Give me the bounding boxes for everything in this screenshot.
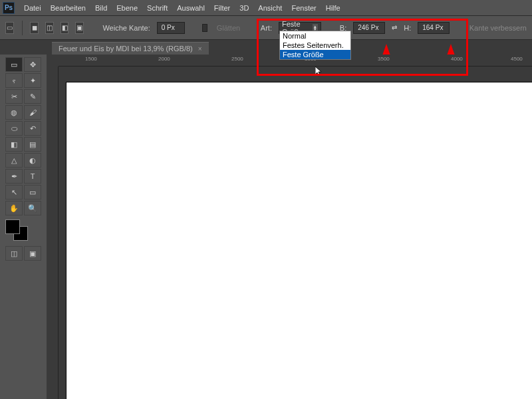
mouse-cursor-icon <box>315 66 323 77</box>
tool-lasso[interactable]: ⲋ <box>5 73 23 88</box>
menu-help[interactable]: Hilfe <box>326 4 340 12</box>
foreground-color-swatch[interactable] <box>5 219 20 234</box>
antialias-label: Glätten <box>217 24 240 32</box>
ruler-tick: 4000 <box>451 56 463 62</box>
marquee-rect-icon[interactable]: ◼ <box>30 22 39 34</box>
tool-pen[interactable]: ✒ <box>5 169 23 184</box>
dropdown-item-fixed-ratio[interactable]: Festes Seitenverh. <box>280 41 350 50</box>
document-tab[interactable]: Feuer und Eis by MDI bei 13,9% (RGB/8) × <box>52 42 209 55</box>
menu-edit[interactable]: Bearbeiten <box>51 4 86 12</box>
feather-input[interactable] <box>157 22 185 34</box>
tool-healing[interactable]: ◍ <box>5 105 23 120</box>
menu-select[interactable]: Auswahl <box>177 4 205 12</box>
menu-window[interactable]: Fenster <box>291 4 316 12</box>
swap-wh-icon[interactable]: ⇄ <box>392 24 397 31</box>
menu-type[interactable]: Schrift <box>147 4 168 12</box>
tool-move[interactable]: ✥ <box>24 57 41 72</box>
tool-quick-mask[interactable]: ◫ <box>5 246 23 261</box>
document-tab-title: Feuer und Eis by MDI bei 13,9% (RGB/8) <box>59 45 193 53</box>
options-bar: ▭ ◼ ◫ ◧ ▣ Weiche Kante: Glätten Art: Fes… <box>0 16 532 40</box>
dropdown-item-fixed-size[interactable]: Feste Größe <box>280 50 350 59</box>
menu-filter[interactable]: Filter <box>214 4 230 12</box>
tool-eyedropper[interactable]: ✎ <box>24 89 41 104</box>
tool-eraser[interactable]: ◧ <box>5 137 23 152</box>
refine-edge-button[interactable]: Kante verbessern <box>469 24 527 32</box>
menu-layer[interactable]: Ebene <box>116 4 138 12</box>
menu-3d[interactable]: 3D <box>239 4 249 12</box>
work-area: ▭ ✥ ⲋ ✦ ✂ ✎ ◍ 🖌 ⬭ ↶ ◧ ▤ △ ◐ ✒ T ↖ ▭ ✋ 🔍 … <box>0 55 532 399</box>
height-input[interactable] <box>418 22 450 34</box>
ruler-vertical <box>47 66 59 399</box>
dropdown-item-normal[interactable]: Normal <box>280 31 350 41</box>
tool-marquee[interactable]: ▭ <box>5 57 23 72</box>
tool-wand[interactable]: ✦ <box>24 73 41 88</box>
document-canvas[interactable] <box>66 82 532 399</box>
feather-label: Weiche Kante: <box>102 24 150 32</box>
tool-history-brush[interactable]: ↶ <box>24 121 41 136</box>
style-label: Art: <box>261 24 272 32</box>
tool-gradient[interactable]: ▤ <box>24 137 41 152</box>
ruler-tick: 3500 <box>378 56 390 62</box>
tab-close-icon[interactable]: × <box>198 45 202 53</box>
tool-brush[interactable]: 🖌 <box>24 105 41 120</box>
menu-file[interactable]: Datei <box>24 4 41 12</box>
marquee-subtract-icon[interactable]: ◧ <box>61 22 69 34</box>
tools-panel: ▭ ✥ ⲋ ✦ ✂ ✎ ◍ 🖌 ⬭ ↶ ◧ ▤ △ ◐ ✒ T ↖ ▭ ✋ 🔍 … <box>0 55 47 399</box>
tool-shape[interactable]: ▭ <box>24 185 41 200</box>
height-label: H: <box>404 24 411 32</box>
marquee-add-icon[interactable]: ◫ <box>45 22 54 34</box>
ruler-tick: 2500 <box>231 56 243 62</box>
tool-hand[interactable]: ✋ <box>5 201 23 215</box>
tool-stamp[interactable]: ⬭ <box>5 121 23 136</box>
app-logo: Ps <box>3 2 15 14</box>
tool-dodge[interactable]: ◐ <box>24 153 41 168</box>
tool-screen-mode[interactable]: ▣ <box>24 246 41 261</box>
tool-path-select[interactable]: ↖ <box>5 185 23 200</box>
ruler-tick: 4500 <box>511 56 523 62</box>
tool-blur[interactable]: △ <box>5 153 23 168</box>
canvas-area: 1500 2000 2500 3000 3500 4000 4500 <box>47 55 532 399</box>
marquee-intersect-icon[interactable]: ▣ <box>75 22 84 34</box>
tool-zoom[interactable]: 🔍 <box>24 201 41 215</box>
antialias-checkbox[interactable] <box>202 24 207 32</box>
ruler-tick: 2000 <box>158 56 170 62</box>
menu-view[interactable]: Ansicht <box>258 4 282 12</box>
tool-type[interactable]: T <box>24 169 41 184</box>
ruler-tick: 1500 <box>85 56 97 62</box>
width-input[interactable] <box>353 22 385 34</box>
color-swatches[interactable] <box>5 219 33 243</box>
menu-bar: Ps Datei Bearbeiten Bild Ebene Schrift A… <box>0 0 532 16</box>
tool-preset-icon[interactable]: ▭ <box>5 22 14 34</box>
tool-crop[interactable]: ✂ <box>5 89 23 104</box>
menu-image[interactable]: Bild <box>95 4 107 12</box>
style-dropdown: Normal Festes Seitenverh. Feste Größe <box>279 31 351 60</box>
